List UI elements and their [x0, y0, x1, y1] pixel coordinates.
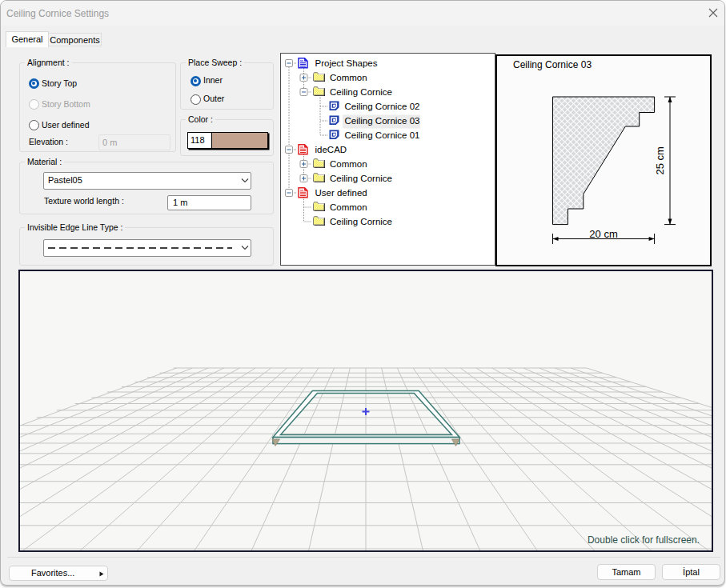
svg-text:Ceiling Cornice: Ceiling Cornice — [330, 217, 392, 226]
svg-text:Project Shapes: Project Shapes — [315, 58, 378, 68]
svg-text:Ceiling Cornice 01: Ceiling Cornice 01 — [345, 130, 420, 140]
svg-text:20 cm: 20 cm — [589, 228, 617, 240]
svg-text:Ceiling Cornice 02: Ceiling Cornice 02 — [345, 102, 420, 111]
svg-text:25 cm: 25 cm — [654, 146, 666, 174]
svg-text:Common: Common — [330, 73, 367, 82]
svg-text:Ceiling Cornice 03: Ceiling Cornice 03 — [513, 59, 592, 70]
svg-text:Common: Common — [330, 159, 367, 169]
svg-text:ideCAD: ideCAD — [315, 145, 347, 154]
svg-text:User defined: User defined — [315, 188, 367, 198]
svg-text:Ceiling Cornice 03: Ceiling Cornice 03 — [345, 116, 420, 126]
svg-text:Common: Common — [330, 202, 367, 212]
svg-text:Ceiling Cornice: Ceiling Cornice — [330, 87, 392, 97]
svg-text:Ceiling Cornice: Ceiling Cornice — [330, 174, 392, 183]
